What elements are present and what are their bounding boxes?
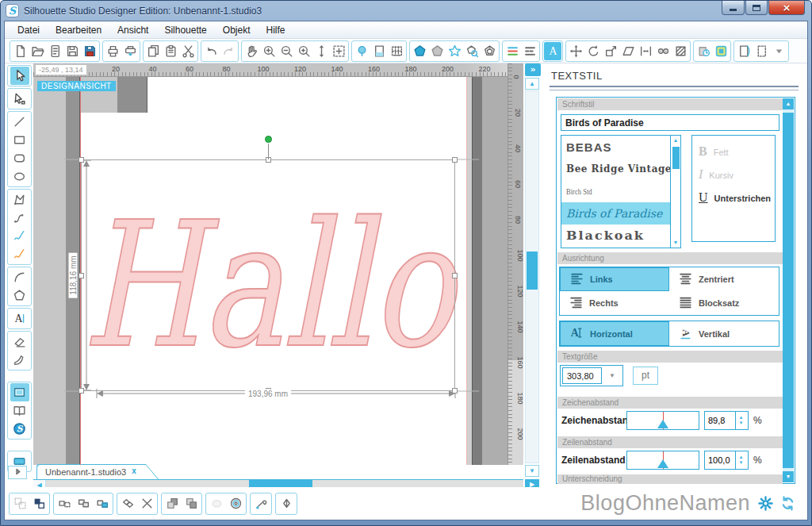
list-scrollbar-thumb[interactable]: [672, 147, 680, 169]
vertical-scrollbar-thumb[interactable]: [527, 251, 538, 290]
smooth-freehand-button[interactable]: [10, 245, 29, 263]
close-button[interactable]: ×: [768, 1, 805, 15]
collapse-panel-button[interactable]: »: [525, 63, 541, 76]
print-button[interactable]: [104, 42, 121, 60]
font-list-item[interactable]: BEBAS: [561, 136, 680, 158]
open-document-button[interactable]: [29, 42, 46, 60]
minimize-button[interactable]: [722, 1, 745, 15]
copy-button[interactable]: [144, 42, 162, 60]
document-properties-button[interactable]: [353, 42, 370, 60]
size-dropdown-icon[interactable]: ▼: [602, 372, 622, 379]
pan-button[interactable]: [243, 42, 260, 60]
mirror-right-button[interactable]: [74, 494, 93, 513]
replicate-button[interactable]: [654, 42, 672, 60]
handle-bottom-right[interactable]: [452, 388, 458, 394]
font-list-item[interactable]: Blackoak: [561, 225, 680, 247]
cut-job-button[interactable]: [695, 42, 712, 60]
trace-object-button[interactable]: [207, 494, 226, 513]
align-justify-button[interactable]: Blocksatz: [669, 291, 779, 315]
spinner-arrows[interactable]: ▲▼: [735, 451, 746, 469]
grid-settings-button[interactable]: [388, 42, 405, 60]
flip-page-button[interactable]: [735, 42, 753, 60]
handle-bottom-left[interactable]: [79, 388, 84, 394]
horizontal-scrollbar-thumb[interactable]: [249, 480, 312, 487]
scale-button[interactable]: [602, 42, 619, 60]
char-spacing-slider[interactable]: [626, 411, 699, 430]
zoom-selection-button[interactable]: [295, 42, 312, 60]
select-button[interactable]: [10, 67, 29, 85]
text-tool-button[interactable]: A: [10, 309, 29, 328]
knife-button[interactable]: [10, 351, 29, 369]
library-document-button[interactable]: [46, 42, 63, 60]
list-scroll-up-icon[interactable]: ▲: [673, 136, 679, 145]
freehand-button[interactable]: [10, 227, 29, 245]
size-unit-button[interactable]: pt: [633, 367, 658, 385]
menu-datei[interactable]: Datei: [10, 22, 48, 38]
align-right-button[interactable]: Rechts: [560, 291, 669, 315]
offset-button[interactable]: [481, 42, 498, 60]
send-to-back-button[interactable]: [182, 494, 201, 513]
eraser-button[interactable]: [10, 332, 29, 351]
char-spacing-input[interactable]: [705, 412, 735, 429]
ungroup-button[interactable]: [29, 494, 48, 513]
slider-pointer[interactable]: [657, 420, 668, 428]
vertical-scrollbar[interactable]: [525, 90, 539, 463]
fill-pattern-button[interactable]: [446, 42, 463, 60]
menu-silhouette[interactable]: Silhouette: [156, 22, 214, 38]
document-tab[interactable]: Unbenannt-1.studio3 x: [37, 465, 158, 479]
italic-toggle[interactable]: I Kursiv: [699, 167, 775, 182]
spacing-button[interactable]: [637, 42, 654, 60]
font-size-input[interactable]: [562, 367, 602, 384]
new-document-button[interactable]: [11, 42, 29, 60]
fill-gradient-button[interactable]: [428, 42, 446, 60]
line-spacing-input[interactable]: [705, 451, 735, 469]
panel-scroll-up-button[interactable]: ▲: [783, 98, 794, 109]
save-to-library-button[interactable]: [81, 42, 98, 60]
regular-polygon-button[interactable]: [10, 286, 29, 305]
line-style-button[interactable]: [521, 42, 538, 60]
selection-box[interactable]: [81, 159, 455, 391]
scroll-right-button[interactable]: ▶: [525, 479, 539, 487]
mirror-left-button[interactable]: [55, 494, 74, 513]
menu-objekt[interactable]: Objekt: [215, 22, 259, 38]
rectangle-button[interactable]: [10, 131, 29, 149]
fit-to-page-button[interactable]: [330, 42, 347, 60]
font-name-input[interactable]: [561, 114, 779, 131]
page-settings-button[interactable]: [370, 42, 388, 60]
underline-toggle[interactable]: U Unterstrichen: [699, 190, 775, 205]
emboss-button[interactable]: [277, 494, 296, 513]
redo-button[interactable]: [220, 42, 237, 60]
menu-hilfe[interactable]: Hilfe: [258, 22, 293, 38]
handle-top-left[interactable]: [79, 157, 84, 163]
zoom-slider-button[interactable]: [312, 42, 330, 60]
scroll-up-button[interactable]: ▲: [525, 78, 539, 90]
cut-button[interactable]: [179, 42, 197, 60]
font-list-scrollbar[interactable]: ▲ ▼: [670, 136, 680, 248]
scroll-left-button[interactable]: ◀: [33, 480, 46, 487]
zoom-out-button[interactable]: [278, 42, 295, 60]
scroll-down-button[interactable]: ▼: [525, 465, 539, 477]
store-button[interactable]: S: [10, 420, 29, 438]
more-options-button[interactable]: [770, 42, 787, 60]
align-center-button[interactable]: Zentriert: [669, 267, 779, 291]
library-button[interactable]: [10, 401, 29, 420]
maximize-button[interactable]: [745, 1, 768, 15]
panel-scrollbar[interactable]: ▲ ▼: [783, 98, 794, 482]
send-to-cutter-button[interactable]: [121, 42, 139, 60]
line-button[interactable]: [10, 113, 29, 131]
align-left-button[interactable]: Links: [560, 267, 669, 291]
trace-button[interactable]: [463, 42, 481, 60]
undo-button[interactable]: [202, 42, 220, 60]
panel-scrollbar-thumb[interactable]: [783, 113, 794, 468]
cut-preview-button[interactable]: [712, 42, 730, 60]
weld-button[interactable]: [118, 494, 137, 513]
slider-pointer[interactable]: [657, 459, 668, 468]
rotate-button[interactable]: [584, 42, 602, 60]
group-button[interactable]: [10, 494, 29, 513]
bold-toggle[interactable]: B Fett: [699, 144, 775, 159]
design-view-button[interactable]: [10, 383, 29, 401]
draw-curve-button[interactable]: [10, 209, 29, 227]
delete-button[interactable]: [137, 494, 156, 513]
edit-points-button[interactable]: [10, 90, 29, 108]
spinner-arrows[interactable]: ▲▼: [735, 412, 746, 429]
